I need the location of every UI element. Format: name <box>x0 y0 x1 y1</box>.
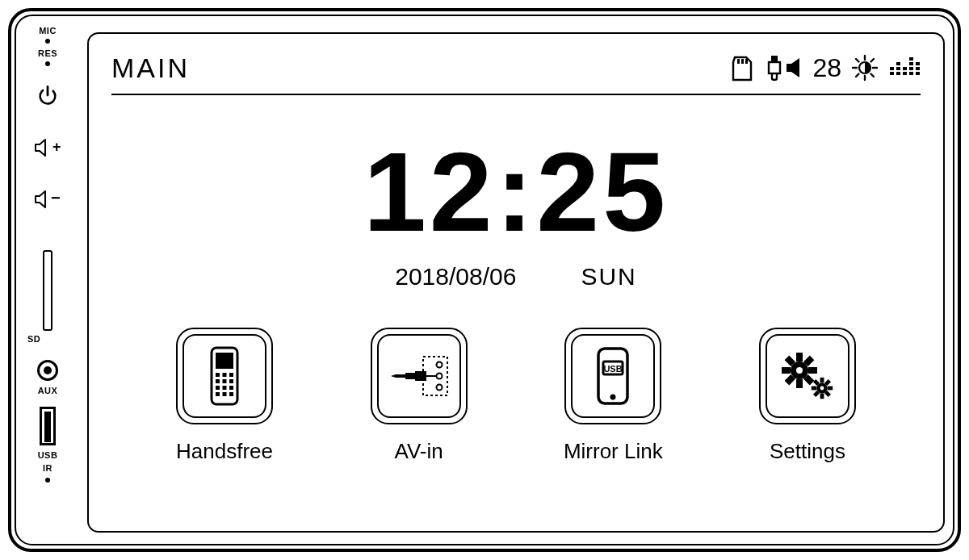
device-frame: MIC RES + − <box>8 8 961 552</box>
clock-date: 2018/08/06 <box>395 263 516 290</box>
svg-rect-5 <box>741 59 744 64</box>
svg-rect-19 <box>890 72 894 75</box>
svg-rect-46 <box>229 392 233 396</box>
svg-rect-22 <box>896 67 900 70</box>
svg-line-16 <box>871 74 875 77</box>
clock-time: 12:25 <box>111 136 921 249</box>
svg-rect-60 <box>796 379 803 388</box>
sd-slot[interactable] <box>43 250 52 331</box>
equalizer-button[interactable] <box>888 56 921 80</box>
svg-rect-24 <box>903 72 907 75</box>
ir-hole-icon <box>45 478 50 483</box>
svg-text:USB: USB <box>604 364 623 374</box>
svg-rect-59 <box>796 353 803 361</box>
app-label: AV-in <box>395 439 443 464</box>
power-button[interactable] <box>36 84 59 107</box>
brightness-icon <box>851 54 879 81</box>
gears-icon <box>777 349 838 403</box>
app-label: Settings <box>770 439 845 464</box>
smartphone-usb-icon: USB <box>592 345 634 407</box>
svg-rect-38 <box>216 379 220 383</box>
svg-rect-29 <box>909 57 913 61</box>
svg-rect-70 <box>820 394 824 399</box>
speaker-icon <box>785 56 809 80</box>
volume-value: 28 <box>812 53 841 83</box>
svg-line-15 <box>856 59 859 62</box>
svg-rect-31 <box>916 67 920 70</box>
svg-rect-37 <box>229 373 233 377</box>
clock-widget[interactable]: 12:25 2018/08/06 SUN <box>111 136 921 290</box>
volume-up-button[interactable]: + <box>34 137 61 158</box>
svg-rect-21 <box>896 72 900 75</box>
usb-label: USB <box>16 450 79 460</box>
svg-rect-34 <box>216 353 233 369</box>
mic-label: MIC <box>16 26 79 36</box>
device-frame-inner: MIC RES + − <box>15 15 954 545</box>
svg-rect-8 <box>769 62 780 73</box>
app-row: Handsfree <box>111 328 921 464</box>
app-handsfree[interactable]: Handsfree <box>144 328 305 464</box>
svg-rect-39 <box>223 379 227 383</box>
svg-rect-4 <box>737 59 740 64</box>
svg-line-18 <box>871 59 875 62</box>
svg-rect-51 <box>415 371 426 381</box>
svg-rect-45 <box>223 392 227 396</box>
svg-point-50 <box>436 385 442 391</box>
media-indicators <box>730 54 785 81</box>
svg-rect-30 <box>916 72 920 75</box>
svg-rect-23 <box>896 62 900 65</box>
device-bezel: MIC RES + − <box>16 16 79 544</box>
svg-rect-20 <box>890 67 894 70</box>
reset-hole-icon <box>45 61 50 66</box>
svg-rect-27 <box>909 67 913 70</box>
svg-rect-41 <box>216 386 220 390</box>
app-settings[interactable]: Settings <box>727 328 888 464</box>
status-controls: 28 <box>785 53 921 83</box>
clock-day: SUN <box>581 263 636 290</box>
power-icon <box>36 84 59 107</box>
sd-label: SD <box>27 334 40 344</box>
volume-down-button[interactable]: − <box>34 189 61 210</box>
brightness-button[interactable] <box>851 54 879 81</box>
divider <box>111 94 921 95</box>
sd-card-icon <box>730 54 754 81</box>
svg-rect-44 <box>216 392 220 396</box>
svg-rect-62 <box>808 367 817 374</box>
svg-point-77 <box>820 387 824 391</box>
svg-rect-40 <box>229 379 233 383</box>
volume-down-icon: − <box>34 189 61 210</box>
svg-rect-72 <box>828 387 833 391</box>
svg-line-17 <box>856 74 859 77</box>
volume-up-icon: + <box>34 137 61 158</box>
app-label: Handsfree <box>176 439 273 464</box>
svg-point-48 <box>436 362 442 368</box>
svg-rect-43 <box>229 386 233 390</box>
svg-point-49 <box>436 374 442 379</box>
equalizer-icon <box>888 56 921 80</box>
svg-rect-35 <box>216 373 220 377</box>
svg-point-55 <box>610 395 616 400</box>
app-mirror-link[interactable]: USB Mirror Link <box>532 328 694 464</box>
app-av-in[interactable]: AV-in <box>338 328 500 464</box>
svg-rect-6 <box>745 59 748 64</box>
res-label: RES <box>16 48 79 58</box>
svg-rect-52 <box>405 373 415 379</box>
usb-connected-icon <box>764 54 785 81</box>
svg-rect-26 <box>909 72 913 75</box>
ir-label: IR <box>16 463 79 473</box>
phone-keypad-icon <box>200 346 249 406</box>
aux-jack[interactable] <box>37 360 58 381</box>
usb-port[interactable] <box>40 407 56 445</box>
svg-rect-69 <box>820 378 824 383</box>
status-bar: MAIN <box>111 45 921 90</box>
mic-hole-icon <box>45 39 50 44</box>
svg-point-67 <box>796 367 803 374</box>
svg-rect-61 <box>782 367 791 374</box>
volume-button[interactable]: 28 <box>785 53 841 83</box>
svg-rect-9 <box>787 64 791 72</box>
svg-rect-42 <box>223 386 227 390</box>
svg-text:−: − <box>51 189 61 207</box>
av-jack-icon <box>388 352 451 400</box>
svg-rect-32 <box>916 62 920 65</box>
svg-rect-28 <box>909 62 913 65</box>
